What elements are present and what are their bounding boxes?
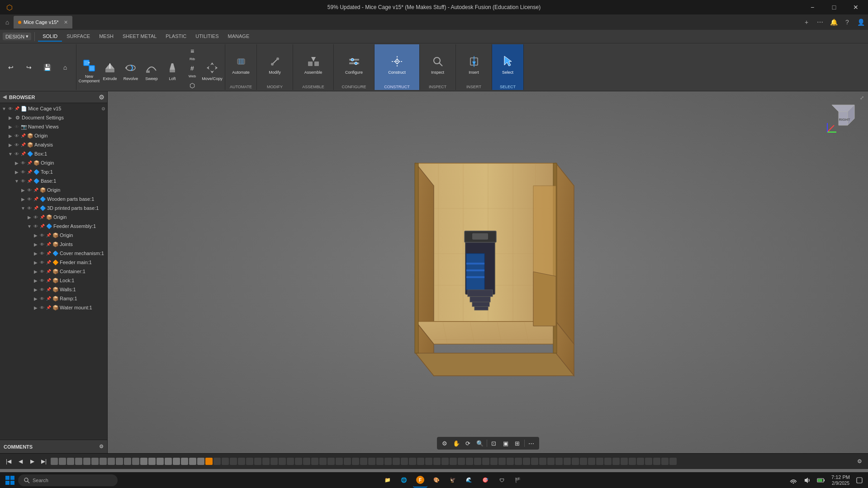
viewport-orbit-button[interactable]: ⟳ xyxy=(463,438,473,448)
tl-item[interactable] xyxy=(564,458,571,465)
tl-item[interactable] xyxy=(100,458,107,465)
tl-item[interactable] xyxy=(466,458,473,465)
tl-item[interactable] xyxy=(344,458,351,465)
tl-item[interactable] xyxy=(645,458,652,465)
tl-item[interactable] xyxy=(75,458,82,465)
mode-tab-utilities[interactable]: UTILITIES xyxy=(191,32,223,42)
inspect-button[interactable]: Inspect xyxy=(428,51,448,78)
tl-item[interactable] xyxy=(669,458,677,465)
tl-item[interactable] xyxy=(482,458,489,465)
tree-item-named-views[interactable]: ▶ 👁 📷 Named Views xyxy=(0,122,107,131)
tab-close-icon[interactable]: ✕ xyxy=(64,19,68,25)
mode-tab-plastic[interactable]: PLASTIC xyxy=(161,32,191,42)
tl-item[interactable] xyxy=(515,458,522,465)
tree-item-root[interactable]: ▼ 👁 📌 📄 Mice Cage v15 ⚙ xyxy=(0,104,107,113)
tl-item[interactable] xyxy=(262,458,270,465)
tl-item[interactable] xyxy=(547,458,555,465)
viewport-fit-button[interactable]: ⊡ xyxy=(489,438,499,448)
tree-settings-icon[interactable]: ⚙ xyxy=(101,106,105,111)
viewport-grid-button[interactable]: ⊞ xyxy=(512,438,522,448)
taskbar-app-2[interactable]: 🦅 xyxy=(446,473,460,488)
viewport-display-settings-button[interactable]: ⚙ xyxy=(440,438,450,448)
tl-item[interactable] xyxy=(498,458,506,465)
timeline-settings-icon[interactable]: ⚙ xyxy=(854,456,864,466)
move-copy-button[interactable]: Move/Copy xyxy=(202,57,222,85)
tree-item-walls[interactable]: ▶ 👁 📌 📦 Walls:1 xyxy=(0,285,107,294)
tl-item[interactable] xyxy=(238,458,245,465)
revolve-button[interactable]: Revolve xyxy=(121,57,141,85)
tl-item[interactable] xyxy=(67,458,74,465)
browser-collapse-icon[interactable]: ◀ xyxy=(3,94,6,100)
tl-item[interactable] xyxy=(189,458,196,465)
tl-item[interactable] xyxy=(352,458,359,465)
start-button[interactable] xyxy=(2,474,18,487)
tl-item[interactable] xyxy=(604,458,612,465)
web-button[interactable]: #Web xyxy=(183,62,201,79)
tl-item[interactable] xyxy=(441,458,449,465)
browser-settings-icon[interactable]: ⚙ xyxy=(99,94,104,101)
tl-item[interactable] xyxy=(393,458,400,465)
tl-item[interactable] xyxy=(279,458,286,465)
extrude-button[interactable]: Extrude xyxy=(100,57,120,85)
tree-item-fa-origin[interactable]: ▶ 👁 📌 📦 Origin xyxy=(0,231,107,240)
maximize-button[interactable]: □ xyxy=(824,0,844,14)
tree-item-analysis[interactable]: ▶ 👁 📌 📦 Analysis xyxy=(0,140,107,149)
tree-item-ramp[interactable]: ▶ 👁 📌 📦 Ramp:1 xyxy=(0,294,107,303)
viewport-display-mode-button[interactable]: ▣ xyxy=(501,438,511,448)
tree-item-origin-root[interactable]: ▶ 👁 📌 📦 Origin xyxy=(0,131,107,140)
minimize-button[interactable]: − xyxy=(802,0,823,14)
timeline-first-button[interactable]: |◀ xyxy=(4,456,14,466)
app-menu-button[interactable]: ⬡ xyxy=(4,2,15,13)
tl-item[interactable] xyxy=(303,458,310,465)
assemble-button[interactable]: Assemble xyxy=(304,51,323,78)
tl-item[interactable] xyxy=(523,458,530,465)
tl-item[interactable] xyxy=(230,458,237,465)
construct-button[interactable]: Construct xyxy=(387,51,407,78)
tree-item-base1[interactable]: ▼ 👁 📌 🔷 Base:1 xyxy=(0,176,107,185)
tl-item[interactable] xyxy=(108,458,115,465)
taskbar-fusion-icon[interactable]: F xyxy=(413,473,427,488)
active-tab[interactable]: Mice Cage v15* ✕ xyxy=(14,16,72,28)
taskbar-file-explorer[interactable]: 📁 xyxy=(380,473,395,488)
tree-item-base-origin[interactable]: ▶ 👁 📌 📦 Origin xyxy=(0,185,107,194)
tl-item[interactable] xyxy=(425,458,432,465)
tl-item[interactable] xyxy=(157,458,164,465)
tl-item[interactable] xyxy=(319,458,327,465)
tl-item[interactable] xyxy=(490,458,498,465)
modify-button[interactable]: Modify xyxy=(265,51,285,78)
tl-item[interactable] xyxy=(539,458,546,465)
tl-item[interactable] xyxy=(588,458,595,465)
tl-item[interactable] xyxy=(59,458,66,465)
tl-item[interactable] xyxy=(596,458,603,465)
systray-network-icon[interactable] xyxy=(788,474,799,487)
tl-item[interactable] xyxy=(336,458,343,465)
taskbar-app-1[interactable]: 🎨 xyxy=(429,473,444,488)
insert-button[interactable]: Insert xyxy=(464,51,484,78)
tl-item[interactable] xyxy=(417,458,424,465)
taskbar-app-4[interactable]: 🎯 xyxy=(478,473,493,488)
tl-item[interactable] xyxy=(327,458,335,465)
viewport-expand-icon[interactable]: ⤢ xyxy=(857,93,866,102)
tl-item[interactable] xyxy=(384,458,392,465)
tl-item[interactable] xyxy=(458,458,465,465)
timeline-play-button[interactable]: ▶ xyxy=(27,456,37,466)
mode-tab-surface[interactable]: SURFACE xyxy=(62,32,95,42)
close-button[interactable]: ✕ xyxy=(845,0,866,14)
tree-item-wooden-parts[interactable]: ▶ 👁 📌 🔷 Wooden parts base:1 xyxy=(0,194,107,204)
home-icon[interactable]: ⌂ xyxy=(2,17,13,28)
loft-button[interactable]: Loft xyxy=(162,57,182,85)
mode-tab-solid[interactable]: SOLID xyxy=(38,32,62,42)
tl-item[interactable] xyxy=(507,458,514,465)
tree-item-lock[interactable]: ▶ 👁 📌 📦 Lock:1 xyxy=(0,276,107,285)
help-icon[interactable]: ? xyxy=(842,17,853,28)
tree-item-water-mount[interactable]: ▶ 👁 📌 📦 Water mount:1 xyxy=(0,303,107,312)
new-component-button[interactable]: + New Component xyxy=(79,57,99,85)
timeline-next-button[interactable]: ▶| xyxy=(39,456,49,466)
tree-item-feeder-main[interactable]: ▶ 👁 📌 🔶 Feeder main:1 xyxy=(0,258,107,267)
tree-item-3d-parts[interactable]: ▼ 👁 📌 🔷 3D printed parts base:1 xyxy=(0,204,107,213)
redo-button[interactable]: ↪ xyxy=(20,61,38,74)
tl-item[interactable] xyxy=(637,458,644,465)
tl-item[interactable] xyxy=(661,458,669,465)
comments-settings-icon[interactable]: ⚙ xyxy=(99,444,104,450)
tl-item[interactable] xyxy=(531,458,538,465)
